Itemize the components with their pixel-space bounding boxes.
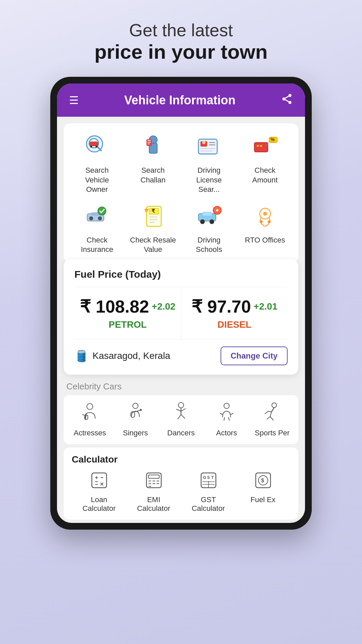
svg-line-69: [231, 413, 233, 415]
grid-row-2: Check Insurance ₹ ★ C: [69, 201, 293, 255]
svg-point-51: [260, 220, 262, 223]
headline-line1: Get the latest: [95, 20, 268, 40]
svg-point-19: [202, 141, 205, 144]
petrol-price-value: ₹ 108.82 +2.02: [80, 297, 175, 317]
svg-point-53: [87, 404, 93, 410]
city-left: 🛢️ Kasaragod, Kerala: [74, 349, 170, 363]
svg-rect-88: [148, 475, 159, 478]
city-name: Kasaragod, Kerala: [93, 351, 170, 361]
singers-label: Singers: [123, 429, 148, 437]
grid-item-rto-offices[interactable]: RTO Offices: [242, 201, 289, 255]
app-header: ☰ Vehicle Information: [57, 84, 305, 117]
grid-item-check-insurance[interactable]: Check Insurance: [74, 201, 121, 255]
svg-point-10: [96, 146, 98, 148]
dancers-label: Dancers: [167, 429, 195, 437]
diesel-price-value: ₹ 97.70 +2.01: [191, 297, 277, 317]
celebrity-item-actors[interactable]: Actors: [206, 402, 247, 437]
svg-point-2: [288, 101, 291, 104]
grid-item-check-resale[interactable]: ₹ ★ Check Resale Value: [130, 201, 177, 255]
svg-line-55: [82, 415, 84, 415]
calculator-section: Calculator: [64, 447, 298, 520]
svg-line-78: [265, 411, 268, 414]
sports-label: Sports Per: [255, 429, 290, 437]
singers-icon: [125, 402, 145, 426]
grid-section: Search Vehicle Owner Search Challa: [64, 123, 298, 263]
grid-item-check-amount[interactable]: % Check Amount: [242, 131, 289, 195]
calc-item-loan[interactable]: Loan Calculator: [76, 472, 123, 513]
grid-item-search-vehicle[interactable]: Search Vehicle Owner: [74, 131, 121, 195]
diesel-label: DIESEL: [218, 319, 251, 330]
svg-rect-24: [254, 143, 268, 152]
driving-license-icon: [194, 131, 224, 162]
dancers-icon: [171, 402, 191, 426]
grid-label-check-resale: Check Resale Value: [130, 235, 177, 255]
svg-point-34: [98, 207, 106, 215]
celebrity-row: Actresses Singers: [64, 395, 298, 444]
svg-point-50: [263, 212, 267, 216]
calc-item-emi[interactable]: EMI Calculator: [130, 472, 177, 513]
svg-line-76: [267, 417, 270, 419]
petrol-label: PETROL: [109, 319, 147, 330]
svg-point-1: [282, 98, 285, 101]
menu-icon[interactable]: ☰: [69, 94, 79, 107]
svg-point-52: [268, 220, 270, 223]
svg-rect-45: [202, 212, 212, 216]
share-icon[interactable]: [281, 93, 293, 107]
fuel-calculator-label: Fuel Ex: [250, 495, 276, 504]
gst-calculator-icon: G S T: [200, 472, 217, 493]
svg-point-25: [257, 145, 259, 147]
svg-rect-79: [92, 473, 107, 488]
phone-frame: ☰ Vehicle Information: [50, 77, 312, 530]
calc-item-fuel[interactable]: $ Fuel Ex: [240, 472, 287, 513]
headline-section: Get the latest price in your town: [95, 20, 268, 63]
petrol-price-item: ₹ 108.82 +2.02 PETROL: [74, 287, 181, 339]
rto-offices-icon: [250, 201, 280, 231]
actresses-label: Actresses: [74, 429, 106, 437]
celebrity-item-sports[interactable]: Sports Per: [252, 402, 292, 437]
grid-label-search-challan: Search Challan: [130, 166, 177, 185]
calc-item-gst[interactable]: G S T GST Calculator: [185, 472, 232, 513]
diesel-price-item: ₹ 97.70 +2.01 DIESEL: [181, 287, 288, 339]
svg-point-0: [288, 94, 291, 97]
svg-point-9: [90, 146, 92, 148]
svg-line-74: [268, 411, 272, 412]
svg-point-61: [178, 402, 184, 408]
svg-line-75: [270, 412, 272, 417]
grid-row-1: Search Vehicle Owner Search Challa: [69, 131, 293, 195]
check-resale-icon: ₹ ★: [138, 201, 168, 231]
svg-point-67: [224, 403, 229, 409]
emi-calculator-label: EMI Calculator: [130, 495, 177, 513]
svg-rect-8: [90, 142, 98, 146]
emi-calculator-icon: [145, 472, 163, 493]
phone-screen: ☰ Vehicle Information: [57, 84, 305, 523]
loan-calculator-icon: [90, 472, 108, 493]
calculator-title: Calculator: [72, 454, 290, 465]
grid-label-driving-license: Driving License Sear...: [186, 166, 233, 195]
svg-text:G: G: [203, 475, 206, 480]
city-row: 🛢️ Kasaragod, Kerala Change City: [74, 346, 288, 365]
svg-point-43: [200, 219, 205, 224]
grid-item-search-challan[interactable]: Search Challan: [130, 131, 177, 195]
actresses-icon: [80, 402, 100, 426]
svg-line-63: [176, 409, 181, 411]
celebrity-item-singers[interactable]: Singers: [115, 402, 156, 437]
celebrity-item-dancers[interactable]: Dancers: [161, 402, 201, 437]
sports-icon: [262, 402, 282, 426]
svg-line-3: [285, 100, 289, 102]
driving-schools-icon: [194, 201, 224, 231]
grid-label-search-vehicle: Search Vehicle Owner: [74, 166, 121, 195]
grid-item-driving-license[interactable]: Driving License Sear...: [186, 131, 233, 195]
check-insurance-icon: [82, 201, 112, 231]
svg-point-26: [260, 145, 262, 147]
grid-item-driving-schools[interactable]: Driving Schools: [186, 201, 233, 255]
svg-line-65: [178, 415, 181, 419]
svg-line-68: [220, 413, 223, 415]
svg-point-31: [89, 216, 93, 220]
celebrity-item-actresses[interactable]: Actresses: [70, 402, 110, 437]
svg-line-77: [270, 417, 274, 420]
petrol-change: +2.02: [152, 301, 176, 312]
change-city-button[interactable]: Change City: [221, 346, 288, 365]
check-amount-icon: %: [250, 131, 280, 162]
fuel-calculator-icon: $: [254, 472, 272, 493]
svg-point-32: [98, 216, 102, 220]
